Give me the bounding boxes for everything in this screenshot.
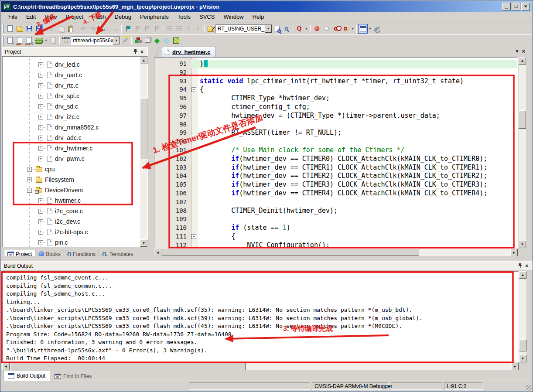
scrollbar-thumb[interactable] [519,339,526,351]
project-tree-scrollbar[interactable]: ▲ ▼ [140,57,147,247]
expand-plus-icon[interactable]: + [27,177,32,182]
tree-item-hwtimer-c[interactable]: +hwtimer.c [3,195,140,206]
close-document-icon[interactable]: × [522,48,525,55]
code-line-99[interactable]: 99 RT_ASSERT(timer != RT_NULL); [154,129,517,137]
close-panel-icon[interactable]: × [523,263,530,269]
expand-plus-icon[interactable]: + [38,157,43,161]
scrollbar-thumb[interactable] [140,98,147,159]
new-file-button[interactable] [5,24,15,34]
build-button[interactable]: ↓ [15,36,24,45]
breakpoint-kill-all-button[interactable]: × [341,24,350,34]
bookmark-prev-button[interactable] [133,24,142,34]
target-options-button[interactable] [120,36,130,45]
debug-windows-dropdown[interactable]: ▼ [368,24,372,34]
indent-left-button[interactable] [164,24,174,34]
software-packs-button[interactable]: ◆ [162,36,171,45]
windows-layout-button[interactable] [143,36,152,45]
tree-item-filesystem[interactable]: +Filesystem [3,174,140,185]
uncomment-button[interactable]: /* [193,24,203,34]
scroll-down-icon[interactable]: ▼ [519,241,526,248]
pin-icon[interactable] [517,263,523,269]
code-line-105[interactable]: 105 if(hwtimer_dev == CTIMER3) CLOCK_Att… [154,181,517,189]
scrollbar-thumb[interactable] [10,363,246,370]
menu-item-file[interactable]: File [4,12,22,21]
expand-plus-icon[interactable]: + [38,83,43,88]
code-line-108[interactable]: 108 CTIMER_Deinit(hwtimer_dev); [154,207,517,215]
menu-item-edit[interactable]: Edit [22,12,40,21]
tree-item-i2c-dev-c[interactable]: +i2c_dev.c [3,216,140,227]
editor-hscrollbar[interactable]: ◄ ► [154,249,518,256]
incremental-find-button[interactable] [282,24,291,34]
scroll-down-icon[interactable]: ▼ [519,355,526,362]
scrollbar-thumb[interactable] [162,249,419,256]
find-in-files-button[interactable] [206,24,215,34]
horizontal-splitter[interactable] [1,256,532,261]
project-tree[interactable]: +drv_led.c+drv_uart.c+drv_rtc.c+drv_spi.… [2,56,148,247]
expand-plus-icon[interactable]: + [38,73,43,78]
scroll-right-icon[interactable]: ► [510,249,518,256]
search-combobox[interactable]: RT_USING_USER_MAI ▼ [215,24,272,33]
find-button[interactable] [272,24,282,34]
save-all-button[interactable] [34,24,44,34]
scroll-up-icon[interactable]: ▲ [140,57,147,64]
code-line-101[interactable]: 101 /* Use Main clock for some of the Ct… [154,146,517,155]
manage-project-items-button[interactable] [171,36,181,45]
close-button[interactable]: × [521,3,530,10]
tree-item-drv-hwtimer-c[interactable]: +drv_hwtimer.c [3,143,140,153]
save-button[interactable] [24,24,34,34]
breakpoint-dropdown[interactable]: ▼ [350,24,355,34]
toolbar-grip[interactable] [2,36,3,45]
code-editor[interactable]: 91}9293static void lpc_ctimer_init(rt_hw… [154,57,518,248]
menu-item-debug[interactable]: Debug [110,12,136,21]
code-line-92[interactable]: 92 [154,68,517,77]
scroll-left-icon[interactable]: ◄ [2,363,10,370]
tree-item-drv-led-c[interactable]: +drv_led.c [3,59,140,70]
translate-button[interactable]: ↓ [5,36,15,45]
tree-item-drv-spi-c[interactable]: +drv_spi.c [3,91,140,101]
fold-collapse-icon[interactable]: − [191,87,196,92]
target-value[interactable]: rtthread-lpc55s6x [71,37,113,44]
restore-button[interactable]: □ [512,3,520,10]
expand-plus-icon[interactable]: + [38,240,43,245]
tree-item-i2c-core-c[interactable]: +i2c_core.c [3,206,140,216]
tab-drv-hwtimer[interactable]: drv_hwtimer.c [162,47,216,57]
expand-plus-icon[interactable]: + [38,146,43,151]
scroll-right-icon[interactable]: ► [511,363,519,370]
code-line-107[interactable]: 107 [154,198,517,207]
code-line-102[interactable]: 102 if(hwtimer_dev == CTIMER0) CLOCK_Att… [154,155,517,164]
code-line-109[interactable]: 109 [154,215,517,224]
build-output-log[interactable]: compiling fsl_sdmmc_event.c...compiling … [2,271,519,362]
code-line-111[interactable]: 111− { [154,232,517,241]
menu-item-window[interactable]: Window [219,12,248,21]
toolbar-grip[interactable] [2,24,3,33]
download-button[interactable]: LOAD↓↓ [61,36,71,45]
copy-button[interactable] [56,24,66,34]
expand-plus-icon[interactable]: + [38,230,43,235]
vertical-splitter[interactable] [148,47,154,260]
expand-plus-icon[interactable]: + [38,125,43,130]
batch-build-button[interactable] [34,36,44,45]
bookmark-clear-button[interactable] [152,24,161,34]
stop-build-button[interactable] [48,36,58,45]
menu-item-svcs[interactable]: SVCS [195,12,219,21]
quick-find-dropdown[interactable]: ▼ [304,24,309,34]
code-line-91[interactable]: 91} [154,60,517,68]
build-output-hscrollbar[interactable]: ◄ ► [2,363,519,370]
title-bar[interactable]: µV C:\nxp\rt-thread\bsp\lpc55sxx\lpc55s6… [1,1,532,12]
expand-plus-icon[interactable]: + [38,62,43,67]
tab-list-dropdown[interactable]: ▼ [515,49,519,54]
redo-button[interactable]: ↷ [88,24,98,34]
chevron-down-icon[interactable]: ▼ [265,25,272,33]
menu-item-peripherals[interactable]: Peripherals [136,12,173,21]
indent-right-button[interactable] [174,24,184,34]
menu-item-help[interactable]: Help [248,12,269,21]
bookmark-toggle-button[interactable] [123,24,133,34]
target-combobox[interactable]: rtthread-lpc55s6x ▼ [71,36,120,45]
code-line-100[interactable]: 100 [154,137,517,146]
build-output-vscrollbar[interactable]: ▲ ▼ [519,271,526,362]
breakpoint-enable-button[interactable] [321,24,331,34]
scrollbar-thumb[interactable] [519,110,526,129]
collapse-minus-icon[interactable]: − [27,188,32,193]
code-line-103[interactable]: 103 if(hwtimer_dev == CTIMER1) CLOCK_Att… [154,164,517,172]
batch-build-dropdown[interactable]: ▼ [44,36,48,45]
